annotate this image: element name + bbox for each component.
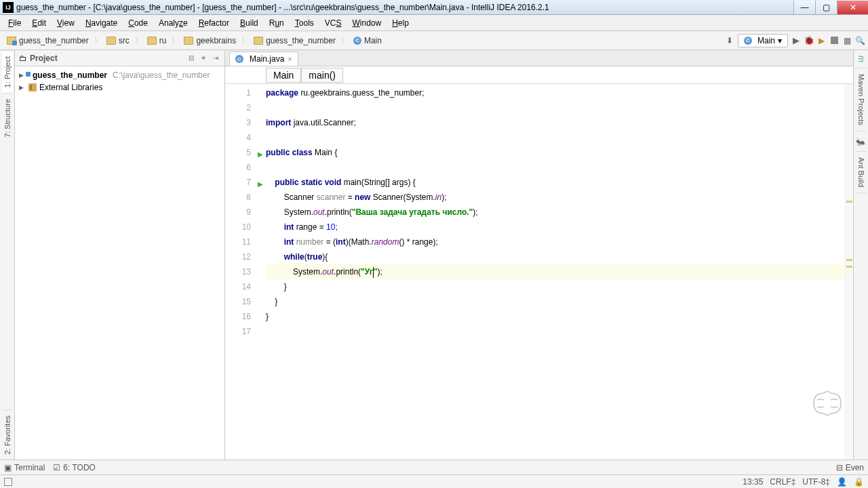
layout-icon[interactable]: ▦ bbox=[842, 35, 852, 45]
context-class[interactable]: Main bbox=[266, 68, 301, 83]
tab-maven-label[interactable]: Maven Projects bbox=[856, 68, 867, 131]
menu-view[interactable]: View bbox=[52, 16, 80, 30]
close-button[interactable]: ✕ bbox=[837, 1, 868, 14]
navigation-bar: guess_the_number〉 src〉 ru〉 geekbrains〉 g… bbox=[0, 31, 868, 50]
file-encoding[interactable]: UTF-8‡ bbox=[802, 477, 830, 487]
coverage-button[interactable]: ▶ bbox=[816, 35, 827, 45]
class-icon: C bbox=[235, 55, 243, 63]
tab-structure[interactable]: 7: Structure bbox=[2, 93, 13, 143]
menu-navigate[interactable]: Navigate bbox=[80, 16, 123, 30]
build-icon[interactable]: ⬇ bbox=[725, 35, 735, 45]
status-bar: 13:35 CRLF‡ UTF-8‡ 👤 🔒 bbox=[0, 474, 868, 488]
line-separator[interactable]: CRLF‡ bbox=[770, 477, 795, 487]
tab-favorites[interactable]: 2: Favorites bbox=[2, 409, 13, 460]
window-title: guess_the_number - [C:\java\guess_the_nu… bbox=[16, 3, 793, 12]
project-scope-icon[interactable]: 🗀 bbox=[19, 54, 27, 63]
tab-project[interactable]: 1: Project bbox=[2, 50, 13, 93]
todo-icon: ☑ bbox=[53, 463, 60, 472]
tab-eventlog[interactable]: ⊟Even bbox=[836, 463, 864, 472]
breadcrumb-src[interactable]: src bbox=[102, 34, 134, 47]
gear-icon[interactable]: ✶ bbox=[199, 54, 208, 63]
project-panel: 🗀 Project ⊟ ✶ ⇥ ▶ guess_the_numberC:\jav… bbox=[15, 50, 225, 460]
watermark-logo bbox=[807, 386, 848, 420]
project-panel-title[interactable]: Project bbox=[30, 54, 184, 63]
bottom-tool-strip: ▣Terminal ☑6: TODO ⊟Even bbox=[0, 460, 868, 474]
left-tool-strip: 1: Project 7: Structure 2: Favorites bbox=[0, 50, 15, 460]
status-indicator-icon[interactable] bbox=[4, 478, 12, 486]
tree-project-root[interactable]: ▶ guess_the_numberC:\java\guess_the_numb… bbox=[16, 69, 223, 81]
collapse-icon[interactable]: ⊟ bbox=[186, 54, 196, 63]
run-config-selector[interactable]: CMain ▾ bbox=[738, 34, 788, 47]
main-menu: File Edit View Navigate Code Analyze Ref… bbox=[0, 15, 868, 31]
stop-button[interactable] bbox=[829, 35, 840, 45]
editor: C Main.java × Main main() 1 2 3 4 5▶ 6 7… bbox=[225, 50, 853, 460]
line-gutter: 1 2 3 4 5▶ 6 7▶ 8 9 10 11 12 13 14 15 16… bbox=[225, 84, 266, 460]
menu-vcs[interactable]: VCS bbox=[319, 16, 347, 30]
minimize-button[interactable]: — bbox=[793, 1, 815, 14]
code-text[interactable]: package ru.geekbrains.guess_the_number; … bbox=[266, 84, 845, 460]
run-button[interactable]: ▶ bbox=[791, 35, 801, 45]
tree-external-libraries[interactable]: ▶ External Libraries bbox=[16, 81, 223, 94]
app-icon: IJ bbox=[3, 2, 14, 13]
code-area[interactable]: 1 2 3 4 5▶ 6 7▶ 8 9 10 11 12 13 14 15 16… bbox=[225, 84, 853, 460]
library-icon bbox=[28, 83, 37, 92]
tab-todo[interactable]: ☑6: TODO bbox=[53, 463, 96, 472]
maximize-button[interactable]: ▢ bbox=[815, 1, 837, 14]
debug-button[interactable]: 🐞 bbox=[804, 35, 814, 45]
right-tool-strip: m Maven Projects 🐜 Ant Build bbox=[853, 50, 868, 460]
menu-run[interactable]: Run bbox=[264, 16, 290, 30]
menu-file[interactable]: File bbox=[3, 16, 26, 30]
editor-tab-main[interactable]: C Main.java × bbox=[229, 52, 298, 66]
breadcrumb-geekbrains[interactable]: geekbrains bbox=[180, 34, 240, 47]
menu-build[interactable]: Build bbox=[235, 16, 264, 30]
tab-maven[interactable]: m bbox=[855, 50, 867, 68]
tab-terminal[interactable]: ▣Terminal bbox=[4, 463, 45, 472]
terminal-icon: ▣ bbox=[4, 463, 12, 472]
breadcrumb-ru[interactable]: ru bbox=[143, 34, 171, 47]
breadcrumb-pkg[interactable]: guess_the_number bbox=[250, 34, 340, 47]
caret-position[interactable]: 13:35 bbox=[743, 477, 763, 487]
eventlog-icon: ⊟ bbox=[836, 463, 843, 472]
menu-tools[interactable]: Tools bbox=[290, 16, 319, 30]
close-tab-icon[interactable]: × bbox=[288, 55, 292, 63]
menu-help[interactable]: Help bbox=[387, 16, 414, 30]
menu-analyze[interactable]: Analyze bbox=[153, 16, 193, 30]
lock-icon[interactable]: 🔒 bbox=[854, 477, 864, 487]
search-everywhere-icon[interactable]: 🔍 bbox=[855, 35, 865, 45]
menu-window[interactable]: Window bbox=[347, 16, 387, 30]
context-method[interactable]: main() bbox=[301, 68, 343, 83]
menu-edit[interactable]: Edit bbox=[26, 16, 52, 30]
window-titlebar: IJ guess_the_number - [C:\java\guess_the… bbox=[0, 0, 868, 15]
breadcrumb-class[interactable]: CMain bbox=[349, 34, 386, 47]
hide-icon[interactable]: ⇥ bbox=[211, 54, 220, 63]
breadcrumb-root[interactable]: guess_the_number bbox=[3, 34, 93, 47]
menu-refactor[interactable]: Refactor bbox=[193, 16, 235, 30]
menu-code[interactable]: Code bbox=[123, 16, 153, 30]
tab-ant[interactable]: Ant Build bbox=[856, 152, 867, 193]
hector-icon[interactable]: 👤 bbox=[837, 477, 847, 487]
